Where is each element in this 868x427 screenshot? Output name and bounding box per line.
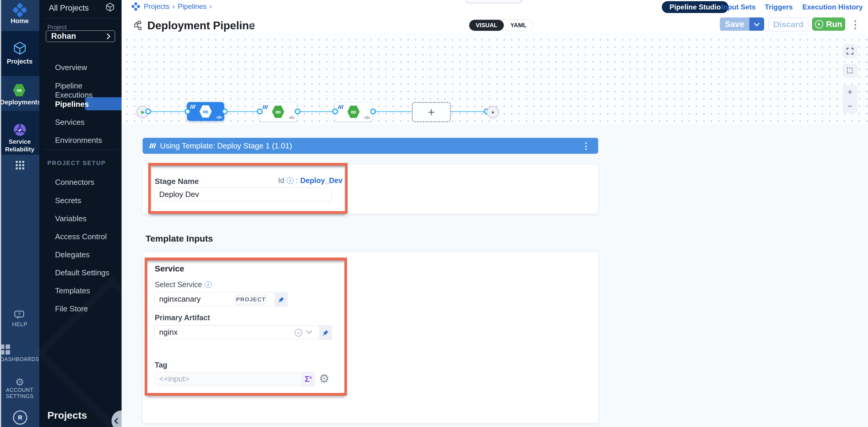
template-banner[interactable]: Using Template: Deploy Stage 1 (1.01) ⋮ xyxy=(143,138,598,154)
grid-icon xyxy=(16,161,24,169)
sidebar-item-environments[interactable]: Environments xyxy=(55,136,102,145)
stage-card-deploy-dev[interactable]: ∞ </> xyxy=(187,102,224,121)
zoom-out-icon[interactable]: − xyxy=(847,101,852,111)
dashboards-button[interactable]: DASHBOARDS xyxy=(0,344,39,363)
port xyxy=(294,108,301,114)
discard-button[interactable]: Discard xyxy=(769,18,808,31)
app-window: Home Projects ∞ Deployments xyxy=(0,0,868,427)
module-picker-button[interactable] xyxy=(11,158,29,172)
chevron-left-icon xyxy=(114,418,120,424)
sidebar-item-templates[interactable]: Templates xyxy=(55,286,90,295)
sidebar-item-services[interactable]: Services xyxy=(55,118,85,127)
rail-item-deployments[interactable]: ∞ Deployments xyxy=(0,76,39,111)
rail-bottom-section: ? HELP DASHBOARDS ⚙ ACCOUNT SETTINGS R xyxy=(0,155,39,427)
rail-item-service-reliability[interactable]: Service Reliability xyxy=(0,111,39,155)
tab-execution-history[interactable]: Execution History xyxy=(802,3,863,11)
stage-card-deploy-to-qa[interactable]: ∞ </> xyxy=(259,102,297,122)
avatar-initial: R xyxy=(13,410,27,425)
port xyxy=(145,108,151,114)
account-settings-label1: ACCOUNT xyxy=(0,387,39,393)
port xyxy=(185,108,190,114)
port xyxy=(257,108,263,114)
highlight-box-stage-name xyxy=(148,163,348,214)
zoom-in-icon[interactable]: + xyxy=(847,87,852,97)
template-library-icon xyxy=(190,105,195,109)
save-dropdown-button[interactable] xyxy=(749,18,764,31)
play-icon: ▶ xyxy=(815,20,823,28)
code-icon: </> xyxy=(364,115,370,120)
selection-box-icon xyxy=(846,67,854,74)
sidebar-item-pipeline-executions[interactable]: Pipeline Executions xyxy=(55,81,122,100)
sidebar-item-delegates[interactable]: Delegates xyxy=(55,250,90,259)
sidebar-item-default-settings[interactable]: Default Settings xyxy=(55,268,110,277)
canvas-fit-view-button[interactable] xyxy=(842,44,857,58)
all-projects-cube-icon[interactable] xyxy=(105,2,115,12)
template-banner-text: Using Template: Deploy Stage 1 (1.01) xyxy=(160,141,292,151)
deployment-stage-icon: ∞ xyxy=(199,105,212,118)
breadcrumb-separator: › xyxy=(173,2,175,11)
tab-triggers[interactable]: Triggers xyxy=(765,3,793,11)
edit-pencil-icon[interactable] xyxy=(248,22,256,29)
user-avatar[interactable]: R xyxy=(13,410,27,425)
link xyxy=(450,111,486,112)
header-kebab-menu[interactable]: ⋮ xyxy=(850,19,861,30)
service-reliability-icon xyxy=(13,123,26,136)
tab-pipeline-studio[interactable]: Pipeline Studio xyxy=(662,1,728,13)
sidebar-all-projects[interactable]: All Projects xyxy=(49,4,89,13)
sidebar-item-secrets[interactable]: Secrets xyxy=(55,196,81,205)
help-button[interactable]: ? HELP xyxy=(0,310,39,328)
link xyxy=(224,111,259,112)
run-button[interactable]: ▶ Run xyxy=(812,18,845,31)
link xyxy=(373,111,412,112)
breadcrumb-projects[interactable]: Projects xyxy=(144,2,169,11)
breadcrumb-separator: › xyxy=(210,2,212,11)
harness-logo-icon xyxy=(131,2,140,11)
help-label: HELP xyxy=(0,321,39,328)
tab-input-sets[interactable]: Input Sets xyxy=(721,3,755,11)
port xyxy=(332,108,338,114)
toggle-visual[interactable]: VISUAL xyxy=(469,20,504,31)
sidebar-item-pipelines[interactable]: Pipelines xyxy=(55,100,89,109)
view-toggle[interactable]: VISUAL YAML xyxy=(469,20,533,31)
code-icon: </> xyxy=(216,115,222,120)
account-settings-button[interactable]: ⚙ ACCOUNT SETTINGS xyxy=(0,377,39,399)
dashboards-label: DASHBOARDS xyxy=(0,356,39,363)
chevron-right-icon xyxy=(104,33,110,39)
divider xyxy=(44,149,117,150)
add-stage-button[interactable]: + xyxy=(412,102,451,122)
project-selector[interactable]: Rohan xyxy=(46,30,115,42)
highlight-box-service xyxy=(145,258,347,396)
rail-item-home[interactable]: Home xyxy=(0,0,39,31)
account-settings-label2: SETTINGS xyxy=(0,393,39,399)
toggle-yaml[interactable]: YAML xyxy=(504,20,533,31)
dashboards-icon xyxy=(0,344,39,355)
rail-item-label: Deployments xyxy=(0,98,39,106)
plus-icon: + xyxy=(428,105,435,119)
module-rail: Home Projects ∞ Deployments xyxy=(0,0,39,427)
deployments-icon: ∞ xyxy=(13,84,26,97)
canvas-zoom-control[interactable]: + − xyxy=(842,85,857,113)
sidebar-item-connectors[interactable]: Connectors xyxy=(55,178,94,187)
projects-cube-icon xyxy=(13,41,27,55)
gear-icon: ⚙ xyxy=(0,377,39,387)
sidebar-item-access-control[interactable]: Access Control xyxy=(55,232,107,241)
stage-card-deploy-to-prod[interactable]: ∞ </> xyxy=(335,102,372,122)
sidebar-item-variables[interactable]: Variables xyxy=(55,214,86,223)
pipeline-end-node[interactable]: ■ xyxy=(487,106,499,118)
pipeline-canvas[interactable]: ▶ ∞ </> ∞ </> xyxy=(122,34,868,125)
deployment-stage-icon: ∞ xyxy=(347,105,360,118)
play-icon: ▶ xyxy=(142,109,145,115)
rail-item-projects[interactable]: Projects xyxy=(0,31,39,76)
divider xyxy=(44,18,117,19)
save-button[interactable]: Save xyxy=(720,18,750,31)
port xyxy=(222,108,228,114)
canvas-selection-button[interactable] xyxy=(842,64,857,78)
code-icon: </> xyxy=(289,115,294,120)
template-library-icon xyxy=(338,105,343,109)
svg-text:?: ? xyxy=(18,312,21,317)
link xyxy=(298,111,335,112)
home-icon xyxy=(13,4,26,16)
banner-kebab-menu[interactable]: ⋮ xyxy=(582,141,590,151)
breadcrumb-pipelines[interactable]: Pipelines xyxy=(178,2,207,11)
sidebar-item-overview[interactable]: Overview xyxy=(55,63,87,72)
